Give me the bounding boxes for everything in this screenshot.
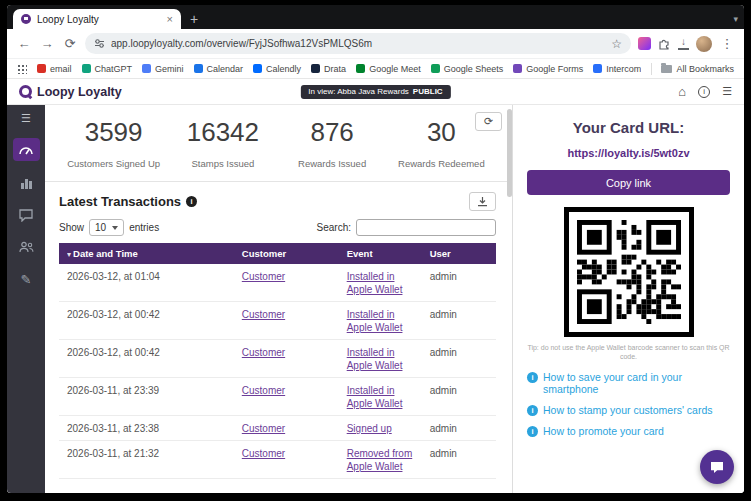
help-link[interactable]: iHow to stamp your customers' cards	[527, 404, 730, 416]
back-button[interactable]: ←	[16, 37, 32, 50]
page-size-select[interactable]: 10	[89, 219, 124, 236]
event-link[interactable]: Installed in Apple Wallet	[347, 347, 403, 371]
profile-avatar[interactable]	[696, 36, 712, 52]
column-header[interactable]: Event	[339, 243, 422, 264]
sidebar-item-edit[interactable]: ✎	[7, 268, 45, 290]
bookmark-item[interactable]: Google Meet	[356, 64, 421, 74]
bookmark-item[interactable]: ChatGPT	[82, 64, 133, 74]
view-badge: In view: Abba Java Rewards PUBLIC	[300, 85, 450, 99]
stat-label: Customers Signed Up	[59, 158, 168, 169]
bookmark-item[interactable]: Google Sheets	[431, 64, 504, 74]
search-label: Search:	[317, 222, 351, 233]
all-bookmarks-button[interactable]: All Bookmarks	[661, 64, 734, 74]
home-icon[interactable]: ⌂	[678, 85, 686, 98]
view-badge-label: In view: Abba Java Rewards	[308, 87, 409, 96]
intercom-launcher[interactable]	[700, 450, 734, 484]
extension-icon[interactable]	[638, 37, 651, 50]
export-button[interactable]	[469, 192, 496, 211]
stat-value: 16342	[168, 117, 277, 148]
refresh-button[interactable]: ⟳	[475, 112, 502, 131]
forward-button[interactable]: →	[39, 37, 55, 50]
sidebar-item-dashboard[interactable]	[13, 138, 40, 161]
customer-link[interactable]: Customer	[242, 423, 285, 434]
bar-chart-icon	[20, 177, 33, 190]
extensions-puzzle-icon[interactable]	[658, 37, 671, 50]
bookmark-item[interactable]: email	[37, 64, 72, 74]
url-text: app.loopyloyalty.com/overview/FyjJSofhwa…	[111, 38, 605, 49]
bookmark-favicon	[37, 64, 46, 73]
column-header[interactable]: Customer	[234, 243, 339, 264]
bookmark-item[interactable]: Calendly	[253, 64, 301, 74]
loopy-logo-icon	[19, 85, 32, 98]
header-menu-icon[interactable]: ☰	[722, 86, 732, 97]
table-row: 2026-03-11, at 23:38 Customer Signed up …	[59, 416, 496, 441]
sidebar-item-customers[interactable]	[7, 236, 45, 258]
tab-search-icon[interactable]: ▾	[733, 14, 738, 24]
stats-row: 3599 Customers Signed Up 16342 Stamps Is…	[59, 117, 496, 169]
stat-card: 876 Rewards Issued	[278, 117, 387, 169]
app-logo[interactable]: Loopy Loyalty	[19, 85, 122, 99]
bookmark-favicon	[194, 64, 203, 73]
reload-button[interactable]: ⟳	[62, 37, 78, 50]
bookmark-favicon	[142, 64, 151, 73]
transactions-info-icon[interactable]: i	[186, 196, 197, 207]
customer-link[interactable]: Customer	[242, 385, 285, 396]
bookmark-item[interactable]: Drata	[311, 64, 346, 74]
column-header[interactable]: ▾Date and Time	[59, 243, 234, 264]
customer-link[interactable]: Customer	[242, 271, 285, 282]
page-size-value: 10	[95, 222, 106, 233]
customer-link[interactable]: Customer	[242, 347, 285, 358]
tab-close-icon[interactable]: ×	[167, 13, 173, 25]
cell-user: admin	[422, 416, 496, 441]
new-tab-button[interactable]: +	[190, 12, 198, 26]
sort-caret-icon: ▾	[67, 250, 71, 259]
downloads-icon[interactable]: ↓	[678, 37, 689, 50]
customer-link[interactable]: Customer	[242, 448, 285, 459]
bookmark-favicon	[593, 64, 602, 73]
copy-link-button[interactable]: Copy link	[527, 170, 730, 195]
event-link[interactable]: Installed in Apple Wallet	[347, 271, 403, 295]
event-link[interactable]: Installed in Apple Wallet	[347, 309, 403, 333]
bookmark-star-icon[interactable]: ☆	[611, 38, 622, 50]
column-header[interactable]: User	[422, 243, 496, 264]
stat-label: Stamps Issued	[168, 158, 277, 169]
stat-card: 16342 Stamps Issued	[168, 117, 277, 169]
browser-tab[interactable]: Loopy Loyalty ×	[13, 9, 181, 29]
stat-label: Rewards Redeemed	[387, 158, 496, 169]
info-icon: i	[527, 405, 538, 416]
sidebar: ☰ ✎	[7, 105, 45, 493]
app-header: Loopy Loyalty In view: Abba Java Rewards…	[7, 79, 744, 105]
table-row: 2026-03-11, at 21:32 Customer Removed fr…	[59, 441, 496, 479]
chat-bubble-icon	[709, 459, 725, 475]
info-icon: i	[527, 372, 538, 383]
help-link[interactable]: iHow to save your card in your smartphon…	[527, 371, 730, 395]
bookmarks-divider	[651, 63, 652, 75]
event-link[interactable]: Signed up	[347, 423, 392, 434]
table-row: 2026-03-12, at 01:04 Customer Installed …	[59, 264, 496, 302]
bookmark-item[interactable]: Gemini	[142, 64, 184, 74]
header-info-icon[interactable]: i	[698, 86, 710, 98]
bookmark-favicon	[431, 64, 440, 73]
sidebar-item-analytics[interactable]	[7, 172, 45, 194]
bookmark-item[interactable]: Google Forms	[513, 64, 583, 74]
customer-link[interactable]: Customer	[242, 309, 285, 320]
bookmark-item[interactable]: Calendar	[194, 64, 244, 74]
table-row: 2026-03-12, at 00:42 Customer Installed …	[59, 302, 496, 340]
sidebar-toggle-icon[interactable]: ☰	[21, 112, 31, 125]
event-link[interactable]: Removed from Apple Wallet	[347, 448, 413, 472]
tab-title: Loopy Loyalty	[37, 14, 161, 25]
event-link[interactable]: Installed in Apple Wallet	[347, 385, 403, 409]
bookmark-item[interactable]: Intercom	[593, 64, 641, 74]
browser-menu-icon[interactable]: ⋮	[719, 37, 735, 50]
site-info-icon[interactable]	[94, 38, 105, 49]
transactions-table: ▾Date and TimeCustomerEventUser 2026-03-…	[59, 243, 496, 479]
apps-grid-icon[interactable]	[17, 64, 27, 74]
address-bar[interactable]: app.loopyloyalty.com/overview/FyjJSofhwa…	[85, 33, 631, 54]
help-link[interactable]: iHow to promote your card	[527, 425, 730, 437]
view-badge-status: PUBLIC	[413, 87, 443, 96]
cell-user: admin	[422, 264, 496, 302]
card-url-link[interactable]: https://loyalty.is/5wt0zv	[527, 147, 730, 159]
search-input[interactable]	[356, 219, 496, 236]
sidebar-item-messages[interactable]	[7, 204, 45, 226]
transactions-title: Latest Transactions	[59, 194, 181, 209]
